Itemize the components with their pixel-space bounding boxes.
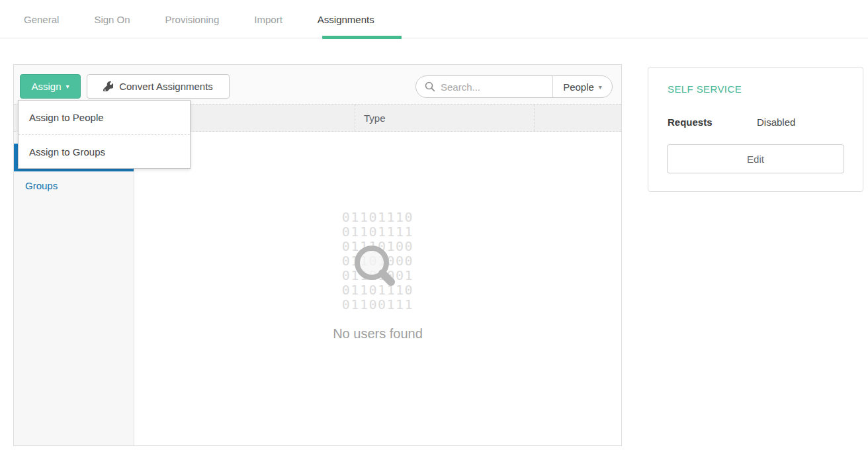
search-input[interactable] bbox=[441, 81, 546, 93]
requests-label: Requests bbox=[668, 116, 713, 128]
people-filter-dropdown[interactable]: People ▾ bbox=[552, 76, 612, 97]
search-filter-group: People ▾ bbox=[415, 75, 613, 98]
edit-button[interactable]: Edit bbox=[667, 144, 844, 173]
assign-dropdown-menu: Assign to People Assign to Groups bbox=[18, 100, 191, 169]
tab-import[interactable]: Import bbox=[254, 14, 282, 25]
wrench-icon bbox=[103, 81, 113, 91]
tab-general[interactable]: General bbox=[24, 14, 59, 25]
requests-status-value: Disabled bbox=[757, 116, 795, 128]
chevron-down-icon: ▾ bbox=[599, 83, 602, 91]
tab-assignments[interactable]: Assignments bbox=[318, 14, 374, 25]
tab-sign-on[interactable]: Sign On bbox=[94, 14, 130, 25]
column-header-type: Type bbox=[355, 105, 534, 131]
convert-assignments-button[interactable]: Convert Assignments bbox=[87, 74, 230, 99]
assign-button[interactable]: Assign ▾ bbox=[20, 74, 81, 99]
assignments-toolbar: Assign ▾ Convert Assignments People ▾ bbox=[14, 65, 621, 104]
sidebar-item-groups[interactable]: Groups bbox=[14, 171, 134, 199]
chevron-down-icon: ▾ bbox=[66, 83, 69, 90]
menu-item-assign-to-people[interactable]: Assign to People bbox=[19, 101, 190, 134]
empty-message: No users found bbox=[134, 326, 621, 341]
self-service-panel: SELF SERVICE Requests Disabled Edit bbox=[648, 67, 863, 192]
people-filter-label: People bbox=[563, 81, 594, 93]
magnifier-icon bbox=[350, 243, 406, 298]
assignment-type-sidebar: People Groups bbox=[14, 132, 134, 445]
tab-provisioning[interactable]: Provisioning bbox=[165, 14, 220, 25]
tab-bar: General Sign On Provisioning Import Assi… bbox=[24, 9, 374, 29]
convert-assignments-label: Convert Assignments bbox=[119, 81, 213, 92]
column-header-extra bbox=[534, 105, 621, 131]
search-box bbox=[416, 76, 552, 97]
search-icon bbox=[425, 81, 435, 92]
assign-button-label: Assign bbox=[31, 81, 61, 92]
self-service-title: SELF SERVICE bbox=[668, 83, 742, 95]
menu-item-assign-to-groups[interactable]: Assign to Groups bbox=[19, 134, 190, 168]
empty-state: 01101110 01101111 01110100 01101000 0110… bbox=[134, 132, 621, 445]
tab-bar-divider bbox=[0, 38, 868, 38]
active-tab-underline bbox=[322, 36, 402, 39]
